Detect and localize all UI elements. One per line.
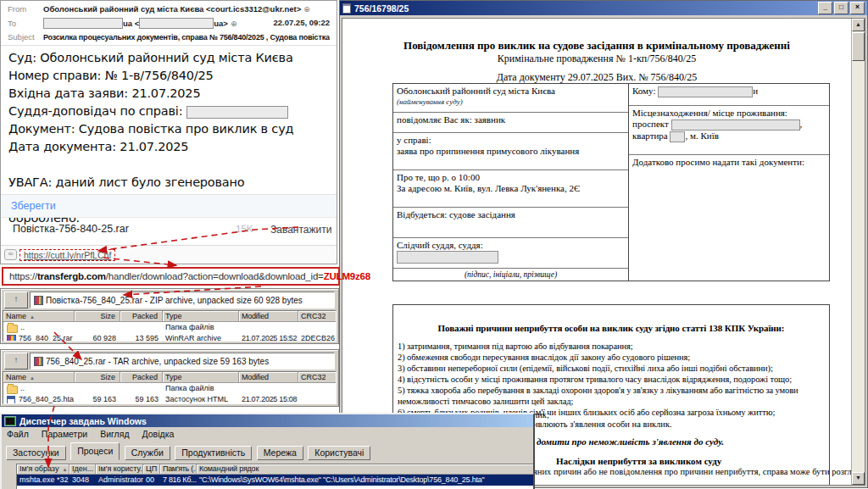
- tab-processes[interactable]: Процеси: [70, 442, 120, 460]
- up-directory-button[interactable]: ↑: [4, 353, 28, 370]
- case-cell: у справі: заява про припинення примусово…: [393, 133, 628, 170]
- column-command-line[interactable]: Командний рядок: [197, 464, 535, 475]
- menu-options[interactable]: Параметри: [42, 429, 87, 439]
- parent-dir-row[interactable]: .. Папка файлів: [3, 383, 336, 394]
- email-window: From Оболонський районний суд міста Києв…: [0, 0, 337, 264]
- download-link[interactable]: Завантажити: [270, 224, 331, 236]
- column-memory[interactable]: Пам'ять (...: [160, 464, 197, 475]
- folder-icon: [7, 386, 18, 394]
- up-arrow-icon: ↑: [14, 355, 19, 364]
- column-size[interactable]: Size: [75, 372, 120, 383]
- task-manager-icon: [4, 416, 16, 426]
- process-list: Ім'я образу▲ Іден... Ім'я користу... ЦП …: [16, 464, 535, 489]
- summons-table: Оболонський районний суд міста Києва (на…: [392, 83, 830, 281]
- file-row-rar[interactable]: 756_840_25.rar 60 928 13 595 WinRAR arch…: [3, 333, 336, 342]
- reason-item: 2) обмеження свободи пересування внаслід…: [398, 352, 825, 363]
- column-crc32[interactable]: CRC32: [298, 372, 337, 383]
- document-scrollbar[interactable]: ▲ ▼: [851, 19, 865, 485]
- email-date: 22.07.25, 09:22: [273, 18, 330, 27]
- url-download-id: ZULM9z68: [324, 271, 370, 281]
- redacted-judge-name: [397, 251, 498, 264]
- up-directory-button[interactable]: ↑: [4, 292, 28, 308]
- plus-circle-icon[interactable]: ⊕: [303, 5, 310, 14]
- archive-address-bar[interactable]: Повістка-756_840_25.rar - ZIP archive, u…: [30, 292, 335, 308]
- sort-asc-icon: ▲: [30, 375, 35, 381]
- scroll-up-button[interactable]: ▲: [852, 19, 865, 31]
- tab-services[interactable]: Служби: [125, 446, 170, 460]
- tab-applications[interactable]: Застосунки: [6, 446, 66, 460]
- consequences-heading: Наслідки неприбуття за викликом суду: [556, 456, 721, 466]
- close-button[interactable]: ×: [850, 2, 865, 14]
- column-crc32[interactable]: CRC32: [298, 311, 337, 322]
- up-arrow-icon: ↑: [14, 294, 19, 303]
- hta-file-icon: [7, 396, 15, 405]
- tab-networking[interactable]: Мережа: [257, 446, 303, 460]
- column-modified[interactable]: Modified: [239, 372, 298, 383]
- column-packed[interactable]: Packed: [120, 311, 163, 322]
- body-line-doc-date: Дата документа: 21.07.2025: [8, 138, 331, 156]
- column-type[interactable]: Type: [163, 311, 239, 322]
- status-link-url[interactable]: https://cutt.ly/nrPfLChf: [19, 249, 115, 261]
- recipient-cell: Кому: и: [629, 84, 829, 106]
- text-fragment: нвлюють з'явлення особи на виклик.: [533, 420, 672, 429]
- attachment-name[interactable]: Повістка-756-840-25.rar: [13, 223, 129, 235]
- column-modified[interactable]: Modified: [239, 311, 298, 322]
- redacted-apartment: [670, 131, 685, 142]
- column-image-name[interactable]: Ім'я образу▲: [17, 464, 70, 475]
- file-row-hta[interactable]: 756_840_25.hta 59 163 59 163 Застосунок …: [3, 394, 336, 404]
- plus-circle-icon[interactable]: ⊕: [231, 19, 237, 28]
- reason-item: 3) обставини непереборної сили (епідемії…: [398, 363, 825, 374]
- reason-item: 1) затримання, тримання під вартою або в…: [398, 341, 825, 352]
- scrollbar-thumb[interactable]: [852, 32, 865, 61]
- column-user[interactable]: Ім'я користу...: [96, 464, 143, 475]
- body-line-date-in: Вхідна дата заяви: 21.07.2025: [8, 85, 331, 103]
- body-line-case: Номер справи: № 1-в/756/840/25: [8, 67, 331, 85]
- menu-view[interactable]: Вигляд: [100, 429, 129, 439]
- redacted-recipient-name: [658, 86, 753, 97]
- scroll-down-button[interactable]: ▼: [852, 472, 865, 485]
- folder-icon: [7, 325, 18, 333]
- when-cell: Про те, що р. о 10:00 За адресою м. Київ…: [393, 170, 628, 208]
- text-fragment: яних причин або не повідомлення про прич…: [533, 467, 865, 476]
- summons-left-column: Оболонський районний суд міста Києва (на…: [393, 84, 629, 281]
- body-line-court: Суд: Оболонський районний суд міста Києв…: [8, 49, 331, 67]
- column-type[interactable]: Type: [163, 372, 239, 383]
- column-packed[interactable]: Packed: [120, 372, 163, 383]
- column-name[interactable]: Name▲: [3, 311, 75, 322]
- menu-file[interactable]: Файл: [7, 429, 29, 439]
- column-pid[interactable]: Іден...: [70, 464, 96, 475]
- tab-users[interactable]: Користувачі: [308, 446, 370, 460]
- document-date-line: Дата документу 29.07.2025 Вих. № 756/840…: [342, 71, 851, 84]
- to-fragment: ua <: [123, 19, 139, 28]
- minimize-button[interactable]: _: [818, 2, 832, 14]
- parent-dir-row[interactable]: .. Папка файлів: [3, 322, 336, 333]
- redacted-recipient: [139, 18, 214, 29]
- extra-docs-cell: Додатково просимо надати такі документи:: [629, 155, 829, 281]
- sort-asc-icon: ▲: [62, 467, 67, 472]
- column-size[interactable]: Size: [75, 311, 120, 322]
- redacted-street: [671, 119, 800, 131]
- redacted-judge-name: [186, 106, 288, 119]
- process-list-header: Ім'я образу▲ Іден... Ім'я користу... ЦП …: [17, 464, 535, 475]
- rar-file-icon: [7, 335, 16, 342]
- scroll-up-icon: ▲: [855, 21, 861, 28]
- task-manager-menubar: Файл Параметри Вигляд Довідка: [2, 427, 533, 441]
- tab-performance[interactable]: Продуктивність: [175, 446, 252, 460]
- summons-right-column: Кому: и Місцезнаходження/ місце проживан…: [629, 84, 829, 281]
- column-cpu[interactable]: ЦП: [143, 464, 160, 475]
- task-manager-titlebar[interactable]: Диспетчер завдань Windows: [2, 414, 533, 427]
- maximize-button[interactable]: □: [834, 2, 849, 14]
- email-from-value: Оболонський районний суд міста Києва <co…: [43, 4, 301, 14]
- archive-address-bar[interactable]: 756_840_25.rar - TAR archive, unpacked s…: [30, 353, 335, 370]
- column-name[interactable]: Name▲: [3, 372, 75, 383]
- list-header: Name▲ Size Packed Type Modified CRC32: [3, 311, 336, 322]
- save-button[interactable]: Зберегти: [11, 200, 56, 212]
- task-manager-window: Диспетчер завдань Windows Файл Параметри…: [0, 413, 535, 489]
- document-titlebar[interactable]: 756/16798/25 _ □ ×: [340, 1, 867, 15]
- event-cell: Відбудеться: судове засідання: [393, 208, 628, 238]
- redacted-recipient: [43, 18, 123, 29]
- menu-help[interactable]: Довідка: [142, 429, 175, 439]
- task-manager-tabs: Застосунки Процеси Служби Продуктивність…: [6, 442, 533, 459]
- court-name-hint: (найменування суду): [397, 97, 625, 108]
- process-row-mshta[interactable]: mshta.exe *32 3048 Administrator 00 7 81…: [17, 475, 535, 486]
